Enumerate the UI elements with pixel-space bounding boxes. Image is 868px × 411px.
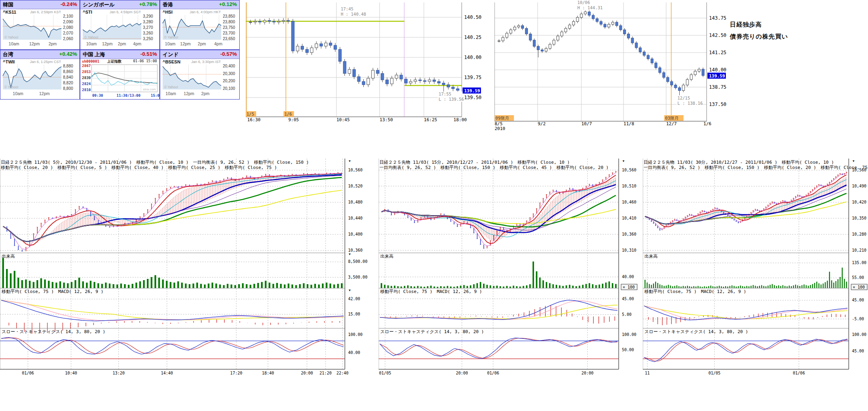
- svg-text:2,100: 2,100: [63, 14, 73, 18]
- svg-text:-5.00: -5.00: [852, 317, 864, 321]
- widget-header: 台湾 +0.42%: [0, 50, 79, 59]
- svg-text:スロー・ストキャスティクス( 14, 3, 80, 20 ): スロー・ストキャスティクス( 14, 3, 80, 20 ): [2, 329, 105, 334]
- svg-text:▼: ▼: [348, 159, 351, 163]
- svg-text:16:30: 16:30: [247, 117, 261, 122]
- svg-text:L : 138.16: L : 138.16: [677, 101, 703, 106]
- market-widget-hongkong[interactable]: 香港 +0.12% ^HSI Jan 6, 4:00pm HKT 23,8502…: [160, 0, 240, 50]
- svg-text:20,200: 20,200: [223, 79, 235, 83]
- market-widget-india[interactable]: インド -0.57% ^BSESN Jan 6, 3:30pm IST 20,4…: [160, 50, 240, 100]
- svg-text:▼: ▼: [852, 159, 855, 163]
- svg-text:2pm: 2pm: [198, 41, 206, 46]
- svg-text:55.00: 55.00: [852, 275, 864, 280]
- quote-timestamp: Jan 6, 3:30pm IST: [191, 60, 221, 64]
- widget-header: シンガポール +0.78%: [80, 0, 159, 9]
- svg-text:11: 11: [645, 371, 650, 375]
- shanghai-mini-chart[interactable]: 2867285328392824281009:3011:30/13:0015:0…: [80, 64, 159, 99]
- svg-text:移動平均( Close, 20 ) 移動平均( Close,: 移動平均( Close, 20 ) 移動平均( Close, 5 ) 移動平均(…: [1, 165, 277, 170]
- svg-text:9/2: 9/2: [538, 121, 546, 126]
- svg-text:3,500.00: 3,500.00: [348, 275, 367, 279]
- svg-text:12/7: 12/7: [666, 121, 677, 126]
- svg-text:13:50: 13:50: [380, 117, 393, 122]
- market-widget-taiwan[interactable]: 台湾 +0.42% ^TWII Jan 6, 1:25pm CST 8,8808…: [0, 50, 80, 100]
- svg-text:8,500.00: 8,500.00: [348, 259, 367, 264]
- svg-text:23,650: 23,650: [223, 37, 235, 41]
- svg-text:18:00: 18:00: [454, 117, 467, 122]
- change-percent: +0.42%: [59, 51, 77, 57]
- svg-text:22:40: 22:40: [336, 371, 348, 375]
- index-name: 上证指数: [107, 59, 122, 63]
- svg-text:142.50: 142.50: [709, 33, 726, 38]
- svg-text:09限月: 09限月: [495, 116, 509, 120]
- svg-text:10,350: 10,350: [852, 216, 866, 220]
- svg-text:12/15: 12/15: [677, 96, 690, 100]
- jgb_intraday-chart[interactable]: 140.50140.25140.00139.75139.50139.591/51…: [246, 0, 487, 129]
- svg-text:11/8: 11/8: [623, 121, 634, 126]
- daily-chart-note-line2: 債券売りの株先買い: [730, 33, 788, 41]
- svg-text:12pm: 12pm: [184, 91, 195, 96]
- svg-text:10,460: 10,460: [622, 200, 636, 204]
- svg-text:1/6: 1/6: [703, 121, 711, 126]
- svg-text:23,800: 23,800: [223, 20, 235, 24]
- svg-text:01/06: 01/06: [793, 371, 805, 375]
- market-widget-korea[interactable]: 韓国 -0.24% ^KS11 Jan 6, 2:59pm KST 2,1002…: [0, 0, 80, 50]
- svg-text:10,210: 10,210: [852, 248, 866, 252]
- svg-text:▼: ▼: [622, 159, 625, 163]
- svg-text:50.00: 50.00: [622, 348, 634, 352]
- svg-text:© Yahoo!: © Yahoo!: [4, 85, 18, 89]
- svg-text:18:40: 18:40: [262, 371, 274, 375]
- svg-text:100.00: 100.00: [852, 332, 866, 337]
- svg-text:9:05: 9:05: [288, 117, 299, 122]
- svg-text:23,750: 23,750: [223, 25, 235, 30]
- svg-text:移動平均( Close, 75 ) MACD( 12, 26: 移動平均( Close, 75 ) MACD( 12, 26, 9 ): [2, 289, 104, 294]
- market-name: シンガポール: [83, 1, 115, 8]
- nk225_5min-chart[interactable]: 10,56010,52010,48010,44010,40010,3608,50…: [0, 157, 367, 379]
- svg-text:138.75: 138.75: [709, 84, 726, 90]
- svg-text:2867: 2867: [82, 64, 91, 68]
- svg-text:4pm: 4pm: [214, 41, 222, 46]
- svg-text:8,800: 8,800: [63, 86, 73, 91]
- svg-text:23,700: 23,700: [223, 31, 235, 35]
- quote-timestamp: 01-06 15:00: [133, 59, 157, 63]
- svg-text:一目均衡表( 9, 26, 52 ) 移動平均( Close: 一目均衡表( 9, 26, 52 ) 移動平均( Close, 150 ) 移動…: [379, 165, 609, 170]
- svg-text:出来高: 出来高: [380, 254, 393, 259]
- svg-text:10/7: 10/7: [581, 121, 592, 126]
- market-widget-shanghai[interactable]: 中国 上海 -0.51% sh000001 上证指数 01-06 15:00 2…: [80, 50, 160, 100]
- svg-text:▼: ▼: [348, 289, 351, 292]
- widget-header: 香港 +0.12%: [160, 0, 239, 9]
- hongkong-mini-chart[interactable]: 23,85023,80023,75023,70023,65010am12pm2p…: [160, 14, 239, 49]
- korea-mini-chart[interactable]: 2,1002,0902,0802,0702,06010am12pm2pm© Ya…: [0, 14, 79, 49]
- change-percent: +0.78%: [139, 1, 157, 7]
- widget-header: インド -0.57%: [160, 50, 239, 59]
- svg-text:5.00: 5.00: [622, 312, 632, 317]
- svg-text:17:55: 17:55: [438, 92, 451, 96]
- nk225_30min-chart[interactable]: 10,56010,49010,42010,35010,28010,210135.…: [643, 157, 868, 379]
- market-widget-singapore[interactable]: シンガポール +0.78% ^STI Jan 6, 4:59pm SGT 3,2…: [80, 0, 160, 50]
- svg-text:L : 139.56: L : 139.56: [438, 97, 464, 102]
- svg-text:17:20: 17:20: [230, 371, 242, 375]
- svg-text:40.00: 40.00: [622, 275, 634, 279]
- svg-text:3,260: 3,260: [143, 31, 153, 35]
- svg-text:137.50: 137.50: [709, 102, 726, 107]
- svg-text:10,400: 10,400: [348, 232, 363, 236]
- svg-text:42.00: 42.00: [348, 297, 360, 301]
- india-mini-chart[interactable]: 20,40020,30020,20020,10010am12pm2pm© Yah…: [160, 64, 239, 99]
- svg-text:09:30: 09:30: [92, 94, 103, 98]
- svg-text:8,880: 8,880: [63, 64, 73, 68]
- svg-text:2,090: 2,090: [63, 20, 73, 24]
- svg-text:100.00: 100.00: [622, 332, 636, 337]
- nk225_15min-chart[interactable]: 10,56010,51010,46010,41010,36010,31040.0…: [379, 157, 641, 379]
- jgb_daily-chart[interactable]: 143.75142.50141.25140.00138.75137.50139.…: [493, 0, 734, 132]
- quote-timestamp: Jan 6, 1:25pm CST: [30, 60, 61, 64]
- svg-text:45.00: 45.00: [852, 298, 864, 302]
- svg-text:2,080: 2,080: [63, 25, 73, 30]
- svg-text:135.00: 135.00: [852, 260, 866, 265]
- svg-text:2,070: 2,070: [63, 31, 73, 35]
- svg-text:12pm: 12pm: [39, 91, 50, 96]
- svg-text:10,510: 10,510: [622, 184, 636, 188]
- svg-text:40.00: 40.00: [348, 350, 360, 355]
- svg-text:10,360: 10,360: [622, 232, 636, 236]
- svg-text:日経２２５先物 11/03( 15分, 2010/12/27: 日経２２５先物 11/03( 15分, 2010/12/27 - 2011/01…: [379, 160, 570, 165]
- taiwan-mini-chart[interactable]: 8,8808,8608,8408,8208,80010am12pm© Yahoo…: [0, 64, 79, 99]
- singapore-mini-chart[interactable]: 3,2903,2803,2703,2603,25010am12pm2pm4pm©…: [80, 14, 159, 49]
- svg-text:15:00: 15:00: [151, 94, 159, 98]
